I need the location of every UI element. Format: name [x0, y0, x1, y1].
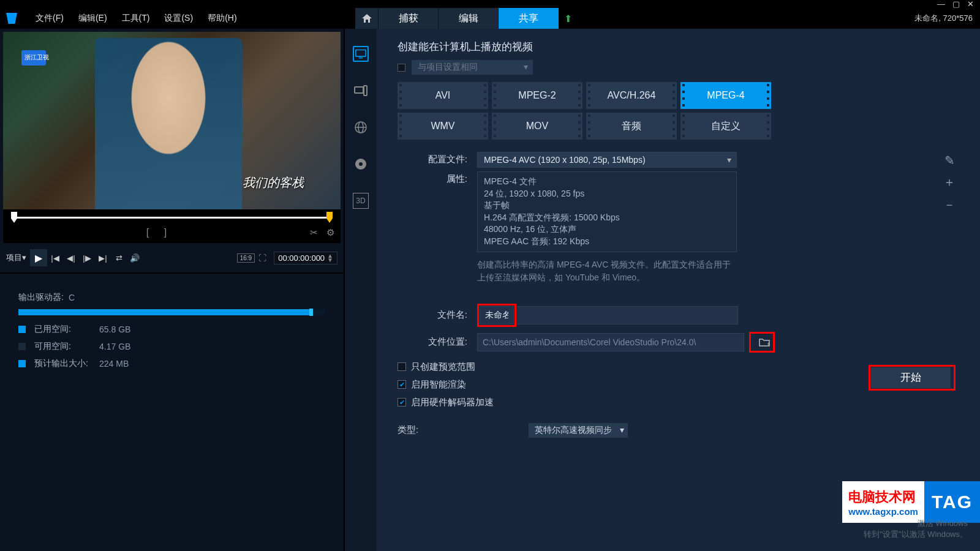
player-controls: 项目▾ ▶ |◀ ◀| |▶ ▶| ⇄ 🔊 16:9 ⛶ 00:00:00:00… [0, 246, 344, 272]
device-icon[interactable] [353, 83, 369, 99]
used-color-icon [18, 326, 26, 333]
profile-label: 配置文件: [398, 152, 477, 168]
output-drive-value: C [69, 293, 75, 302]
share-sidebar: 3D [345, 29, 377, 551]
properties-box: MPEG-4 文件 24 位, 1920 x 1080, 25 fps 基于帧 … [477, 171, 737, 252]
go-end-button[interactable]: ▶| [95, 250, 111, 266]
play-button[interactable]: ▶ [30, 249, 47, 266]
format-audio[interactable]: 音频 [586, 113, 677, 140]
prev-frame-button[interactable]: ◀| [63, 250, 79, 266]
svg-rect-1 [359, 58, 363, 59]
same-as-project-dropdown: 与项目设置相同 [412, 60, 533, 75]
next-frame-button[interactable]: |▶ [79, 250, 95, 266]
format-wmv[interactable]: WMV [398, 113, 488, 140]
maximize-button[interactable]: ▢ [952, 0, 960, 9]
svg-text:+: + [767, 341, 770, 347]
menu-bar: 文件(F) 编辑(E) 工具(T) 设置(S) 帮助(H) 捕获 编辑 共享 ⬆… [0, 8, 980, 29]
type-label: 类型: [398, 424, 418, 436]
tab-share[interactable]: 共享 [499, 8, 559, 29]
go-start-button[interactable]: |◀ [47, 250, 63, 266]
free-label: 可用空间: [34, 341, 99, 352]
format-custom[interactable]: 自定义 [680, 113, 771, 140]
activation-text: 激活 Windows 转到"设置"以激活 Windows。 [864, 518, 968, 540]
timecode-display[interactable]: 00:00:00:000▲▼ [274, 252, 337, 264]
location-label: 文件位置: [398, 336, 477, 348]
project-label: 项目▾ [6, 252, 26, 263]
app-logo-icon [6, 13, 17, 24]
format-mpeg2[interactable]: MPEG-2 [492, 82, 582, 109]
format-mpeg4[interactable]: MPEG-4 [680, 82, 771, 109]
web-icon[interactable] [353, 119, 369, 135]
volume-button[interactable]: 🔊 [127, 250, 143, 266]
svg-rect-3 [364, 86, 367, 96]
profile-select[interactable]: MPEG-4 AVC (1920 x 1080, 25p, 15Mbps) [477, 152, 737, 168]
format-mov[interactable]: MOV [492, 113, 582, 140]
share-heading: 创建能在计算机上播放的视频 [398, 40, 956, 54]
hw-decode-checkbox[interactable]: 启用硬件解码器加速 [398, 397, 628, 408]
computer-icon[interactable] [353, 46, 369, 62]
settings-small-icon[interactable]: ⚙ [326, 227, 334, 238]
same-as-project-checkbox[interactable] [398, 64, 405, 72]
disc-icon[interactable] [353, 156, 369, 172]
preview-overlay-text: 我们的客栈 [243, 174, 304, 191]
mark-in-icon[interactable] [11, 212, 17, 223]
filename-label: 文件名: [398, 309, 477, 321]
watermark-line1: 电脑技术网 [848, 488, 918, 506]
share-main: 创建能在计算机上播放的视频 与项目设置相同 AVI MPEG-2 AVC/H.2… [377, 29, 980, 551]
remove-profile-icon[interactable]: － [943, 197, 956, 213]
main-tabs: 捕获 编辑 共享 ⬆ [355, 8, 577, 29]
type-select[interactable]: 英特尔高速视频同步 [529, 423, 628, 438]
aspect-ratio-badge[interactable]: 16:9 [237, 253, 255, 263]
tab-capture[interactable]: 捕获 [379, 8, 439, 29]
smart-render-checkbox[interactable]: 启用智能渲染 [398, 379, 628, 391]
add-profile-icon[interactable]: ＋ [943, 174, 956, 190]
3d-icon[interactable]: 3D [353, 193, 369, 209]
expand-icon[interactable]: ⛶ [258, 253, 266, 263]
bracket-markers[interactable]: [ ] [146, 227, 173, 238]
est-value: 224 MB [99, 359, 129, 369]
browse-folder-icon[interactable]: + [756, 334, 772, 350]
free-color-icon [18, 343, 26, 350]
home-icon [362, 14, 372, 23]
preview-image: 我们的客栈 [3, 32, 341, 209]
location-input[interactable] [477, 333, 744, 351]
filename-input-rest[interactable] [516, 306, 738, 324]
title-status: 未命名, 720*576 [914, 13, 973, 24]
svg-rect-2 [355, 87, 363, 93]
start-button[interactable]: 开始 [871, 367, 951, 388]
menu-help[interactable]: 帮助(H) [200, 13, 244, 24]
storage-bar [18, 309, 325, 315]
properties-label: 属性: [398, 171, 477, 284]
repeat-button[interactable]: ⇄ [111, 250, 127, 266]
tab-edit[interactable]: 编辑 [439, 8, 499, 29]
profile-description: 创建高比特率的高清 MPEG-4 AVC 视频文件。此配置文件适合用于上传至流媒… [477, 258, 737, 284]
used-value: 65.8 GB [99, 324, 130, 334]
timeline-bar[interactable] [9, 212, 334, 222]
watermark: 电脑技术网 www.tagxp.com TAG [842, 481, 980, 523]
edit-profile-icon[interactable]: ✎ [943, 153, 956, 168]
menu-settings[interactable]: 设置(S) [157, 13, 200, 24]
output-drive-label: 输出驱动器: [18, 292, 64, 303]
title-bar: — ▢ ✕ [0, 0, 980, 8]
storage-panel: 输出驱动器: C 已用空间: 65.8 GB 可用空间: 4.17 GB 预计输… [0, 272, 344, 388]
mark-out-icon[interactable] [326, 212, 333, 223]
left-panel: 我们的客栈 [ ] ✂ ⚙ 项目▾ ▶ [0, 29, 345, 551]
format-grid: AVI MPEG-2 AVC/H.264 MPEG-4 WMV MOV 音频 自… [398, 82, 956, 140]
upload-icon[interactable]: ⬆ [559, 8, 577, 29]
scissors-icon[interactable]: ✂ [310, 227, 318, 238]
format-avi[interactable]: AVI [398, 82, 488, 109]
filename-input[interactable] [480, 306, 514, 324]
est-color-icon [18, 360, 26, 367]
right-panel: 3D 创建能在计算机上播放的视频 与项目设置相同 AVI MPEG-2 AVC/… [345, 29, 980, 551]
minimize-button[interactable]: — [937, 0, 945, 9]
preview-area: 我们的客栈 [ ] ✂ ⚙ [3, 32, 341, 243]
format-avc[interactable]: AVC/H.264 [586, 82, 677, 109]
menu-edit[interactable]: 编辑(E) [71, 13, 115, 24]
svg-point-8 [359, 162, 363, 166]
tab-home[interactable] [355, 8, 379, 29]
menu-file[interactable]: 文件(F) [28, 13, 71, 24]
used-label: 已用空间: [34, 324, 99, 335]
menu-tools[interactable]: 工具(T) [115, 13, 157, 24]
close-button[interactable]: ✕ [967, 0, 974, 9]
only-preview-checkbox[interactable]: 只创建预览范围 [398, 361, 628, 373]
